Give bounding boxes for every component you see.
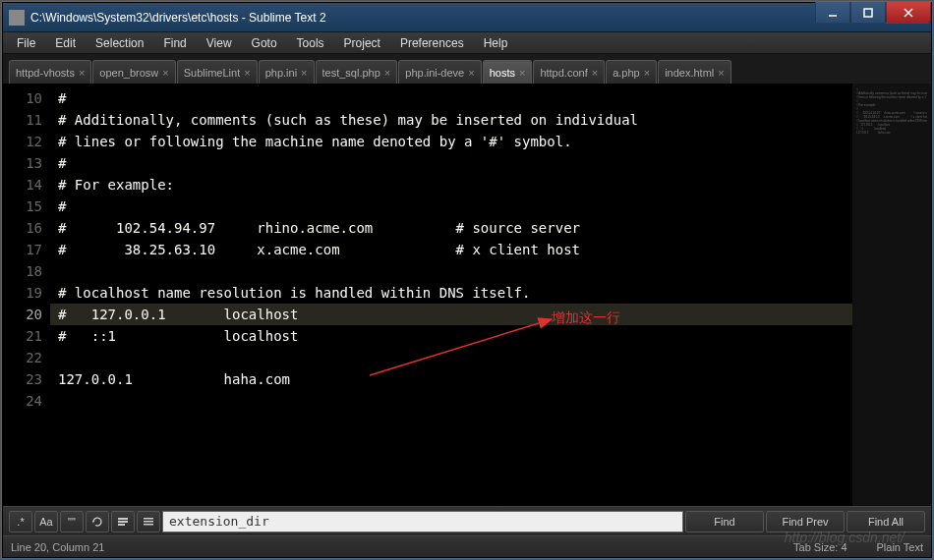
find-case-toggle[interactable]: Aa [34, 511, 58, 532]
code-line [50, 347, 852, 368]
tab-label: httpd.conf [540, 67, 587, 79]
maximize-button[interactable] [850, 2, 886, 24]
find-highlight-toggle[interactable] [137, 511, 160, 532]
status-position: Line 20, Column 21 [11, 541, 104, 553]
code-line: # [50, 152, 852, 174]
find-prev-button[interactable]: Find Prev [766, 511, 845, 532]
line-number: 17 [3, 239, 42, 260]
find-all-button[interactable]: Find All [846, 511, 925, 532]
status-syntax[interactable]: Plain Text [877, 541, 924, 553]
titlebar[interactable]: C:\Windows\System32\drivers\etc\hosts - … [3, 3, 931, 32]
code-line: # 127.0.0.1 localhost [50, 304, 852, 325]
line-number: 13 [3, 152, 42, 174]
tab-httpd-vhosts[interactable]: httpd-vhosts× [9, 60, 91, 84]
line-number: 16 [3, 217, 42, 239]
close-button[interactable] [886, 2, 931, 24]
line-number: 15 [3, 196, 42, 217]
svg-rect-12 [144, 524, 153, 526]
code-line: # For example: [50, 174, 852, 196]
tab-close-icon[interactable]: × [519, 67, 525, 79]
menu-goto[interactable]: Goto [242, 34, 287, 52]
code-line: # 102.54.94.97 rhino.acme.com # source s… [50, 217, 852, 239]
editor[interactable]: 101112131415161718192021222324 ## Additi… [3, 84, 931, 506]
tab-php-ini[interactable]: php.ini× [259, 60, 315, 84]
svg-marker-6 [92, 521, 94, 524]
find-wrap-toggle[interactable] [86, 511, 109, 532]
tab-close-icon[interactable]: × [644, 67, 650, 79]
tab-close-icon[interactable]: × [718, 67, 724, 79]
tab-close-icon[interactable]: × [468, 67, 474, 79]
tab-close-icon[interactable]: × [592, 67, 598, 79]
tab-test-sql-php[interactable]: test_sql.php× [316, 60, 398, 84]
code-line: # localhost name resolution is handled w… [50, 282, 852, 304]
statusbar: Line 20, Column 21 Tab Size: 4 Plain Tex… [3, 535, 931, 557]
code-content[interactable]: ## Additionally, comments (such as these… [50, 84, 852, 506]
minimize-button[interactable] [815, 2, 850, 24]
svg-rect-8 [118, 521, 128, 523]
line-number: 18 [3, 260, 42, 282]
tab-label: test_sql.php [322, 67, 380, 79]
menu-project[interactable]: Project [334, 34, 390, 52]
code-line: # lines or following the machine name de… [50, 131, 852, 152]
menu-selection[interactable]: Selection [86, 34, 153, 52]
find-regex-toggle[interactable]: .* [9, 511, 32, 532]
tab-label: open_brosw [99, 67, 158, 79]
menubar: FileEditSelectionFindViewGotoToolsProjec… [3, 32, 931, 54]
find-in-selection-toggle[interactable] [111, 511, 135, 532]
svg-rect-7 [118, 518, 128, 520]
window-title: C:\Windows\System32\drivers\etc\hosts - … [30, 11, 326, 25]
tab-label: index.html [665, 67, 714, 79]
gutter: 101112131415161718192021222324 [3, 84, 50, 506]
menu-file[interactable]: File [7, 34, 45, 52]
tab-open-brosw[interactable]: open_brosw× [92, 60, 175, 84]
line-number: 11 [3, 109, 42, 131]
tab-close-icon[interactable]: × [79, 67, 85, 79]
tab-label: httpd-vhosts [16, 67, 75, 79]
svg-rect-10 [144, 518, 153, 520]
code-line: # [50, 87, 852, 109]
svg-rect-11 [144, 521, 153, 523]
line-number: 19 [3, 282, 42, 304]
minimap[interactable]: ## Additionally, comments (such as these… [852, 84, 931, 506]
tab-php-ini-deve[interactable]: php.ini-deve× [398, 60, 481, 84]
tab-label: php.ini-deve [405, 67, 464, 79]
tab-label: hosts [490, 67, 515, 79]
find-button[interactable]: Find [685, 511, 764, 532]
tab-close-icon[interactable]: × [384, 67, 390, 79]
code-line: # Additionally, comments (such as these)… [50, 109, 852, 131]
find-word-toggle[interactable]: "" [60, 511, 84, 532]
menu-help[interactable]: Help [474, 34, 518, 52]
line-number: 21 [3, 325, 42, 347]
app-icon [9, 10, 25, 26]
line-number: 20 [3, 304, 42, 325]
tab-label: a.php [613, 67, 640, 79]
code-line: 127.0.0.1 haha.com [50, 368, 852, 390]
menu-find[interactable]: Find [153, 34, 196, 52]
code-line [50, 260, 852, 282]
tab-index-html[interactable]: index.html× [658, 60, 731, 84]
tab-hosts[interactable]: hosts× [483, 60, 533, 84]
line-number: 14 [3, 174, 42, 196]
tabbar: httpd-vhosts×open_brosw×SublimeLint×php.… [3, 54, 931, 84]
status-tabsize[interactable]: Tab Size: 4 [793, 541, 846, 553]
code-line: # [50, 196, 852, 217]
menu-preferences[interactable]: Preferences [390, 34, 474, 52]
tab-sublimelint[interactable]: SublimeLint× [177, 60, 258, 84]
menu-tools[interactable]: Tools [287, 34, 334, 52]
code-line: # ::1 localhost [50, 325, 852, 347]
find-input[interactable] [162, 511, 683, 532]
tab-label: SublimeLint [184, 67, 240, 79]
code-line: # 38.25.63.10 x.acme.com # x client host [50, 239, 852, 260]
tab-httpd-conf[interactable]: httpd.conf× [533, 60, 605, 84]
svg-rect-1 [864, 9, 872, 17]
tab-close-icon[interactable]: × [244, 67, 250, 79]
line-number: 23 [3, 368, 42, 390]
code-line [50, 390, 852, 412]
line-number: 22 [3, 347, 42, 368]
menu-edit[interactable]: Edit [45, 34, 86, 52]
tab-a-php[interactable]: a.php× [606, 60, 657, 84]
tab-close-icon[interactable]: × [162, 67, 168, 79]
tab-close-icon[interactable]: × [301, 67, 307, 79]
line-number: 10 [3, 87, 42, 109]
menu-view[interactable]: View [197, 34, 242, 52]
